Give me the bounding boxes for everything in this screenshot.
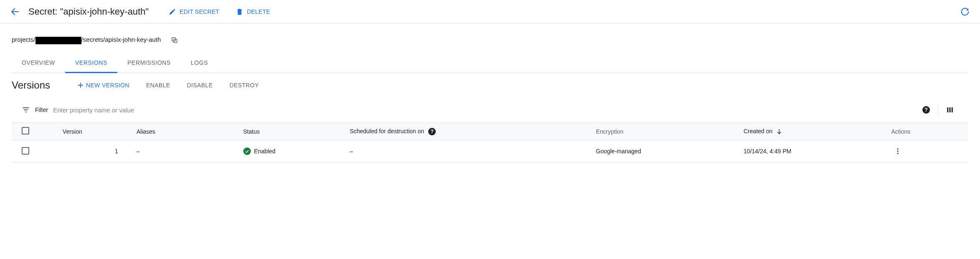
cell-created: 10/14/24, 4:49 PM [739, 140, 887, 163]
path-prefix: projects/ [12, 36, 35, 43]
page-title: Secret: "apisix-john-key-auth" [28, 6, 149, 17]
content: projects//secrets/apisix-john-key-auth O… [0, 23, 980, 163]
new-version-button[interactable]: NEW VERSION [75, 79, 131, 91]
filter-right: ? [918, 102, 958, 118]
edit-secret-label: EDIT SECRET [179, 8, 219, 15]
th-status[interactable]: Status [238, 123, 345, 140]
column-picker-button[interactable] [942, 102, 958, 118]
select-all-checkbox[interactable] [22, 127, 29, 135]
row-checkbox[interactable] [22, 147, 29, 155]
help-circle-icon: ? [922, 106, 930, 114]
tab-logs[interactable]: LOGS [181, 53, 218, 73]
th-created-label: Created on [744, 128, 773, 135]
refresh-button[interactable] [957, 3, 973, 20]
copy-path-button[interactable] [168, 33, 181, 47]
copy-icon [171, 36, 178, 44]
edit-secret-button[interactable]: EDIT SECRET [165, 5, 222, 18]
arrow-back-icon [10, 7, 20, 17]
sort-desc-icon [776, 128, 783, 135]
divider [938, 104, 938, 116]
more-vert-icon [894, 147, 902, 155]
filter-row: Filter ? [12, 97, 968, 122]
filter-input[interactable] [53, 105, 913, 115]
th-aliases[interactable]: Aliases [131, 123, 238, 140]
path-text: projects//secrets/apisix-john-key-auth [12, 36, 161, 44]
th-scheduled[interactable]: Scheduled for destruction on ? [345, 123, 591, 140]
back-button[interactable] [7, 3, 23, 20]
top-actions: EDIT SECRET DELETE [165, 5, 273, 18]
topbar: Secret: "apisix-john-key-auth" EDIT SECR… [0, 0, 980, 23]
svg-point-11 [897, 153, 899, 154]
svg-point-9 [897, 148, 899, 150]
svg-rect-6 [950, 107, 951, 112]
th-actions: Actions [886, 123, 968, 140]
table-header-row: Version Aliases Status Scheduled for des… [12, 123, 968, 140]
help-button[interactable]: ? [918, 102, 935, 118]
cell-aliases: – [131, 140, 238, 163]
versions-table: Version Aliases Status Scheduled for des… [12, 122, 968, 163]
tabs: OVERVIEW VERSIONS PERMISSIONS LOGS [12, 53, 968, 73]
refresh-icon [960, 7, 970, 16]
path-suffix: /secrets/apisix-john-key-auth [81, 36, 161, 43]
cell-encryption: Google-managed [591, 140, 739, 163]
th-encryption: Encryption [591, 123, 739, 140]
table-row: 1 – Enabled – Google-managed 10/14/24, 4… [12, 140, 968, 163]
tab-permissions[interactable]: PERMISSIONS [117, 53, 181, 73]
svg-rect-5 [947, 107, 948, 112]
path-redacted [35, 37, 81, 44]
th-version[interactable]: Version [58, 123, 131, 140]
tab-versions[interactable]: VERSIONS [65, 53, 117, 73]
tab-overview[interactable]: OVERVIEW [12, 53, 65, 73]
versions-title: Versions [12, 79, 50, 91]
filter-label: Filter [35, 107, 48, 113]
cell-status: Enabled [238, 140, 345, 163]
th-created[interactable]: Created on [739, 123, 887, 140]
resource-path: projects//secrets/apisix-john-key-auth [12, 33, 968, 47]
trash-icon [236, 8, 243, 15]
scheduled-help-icon[interactable]: ? [428, 128, 436, 135]
row-actions-menu[interactable] [891, 145, 904, 158]
destroy-button[interactable]: DESTROY [228, 79, 260, 91]
columns-icon [946, 106, 954, 114]
th-scheduled-label: Scheduled for destruction on [350, 128, 424, 135]
enable-button[interactable]: ENABLE [144, 79, 172, 91]
delete-button[interactable]: DELETE [232, 5, 273, 18]
plus-icon [77, 81, 84, 89]
svg-point-10 [897, 151, 899, 152]
cell-version: 1 [58, 140, 131, 163]
cell-scheduled: – [345, 140, 591, 163]
filter-icon [22, 106, 30, 114]
status-text: Enabled [254, 148, 275, 155]
versions-subheader: Versions NEW VERSION ENABLE DISABLE DEST… [12, 73, 968, 97]
new-version-label: NEW VERSION [86, 82, 129, 89]
delete-label: DELETE [247, 8, 270, 15]
svg-rect-7 [952, 107, 953, 112]
check-circle-icon [243, 147, 251, 155]
disable-button[interactable]: DISABLE [185, 79, 215, 91]
pencil-icon [169, 8, 176, 15]
